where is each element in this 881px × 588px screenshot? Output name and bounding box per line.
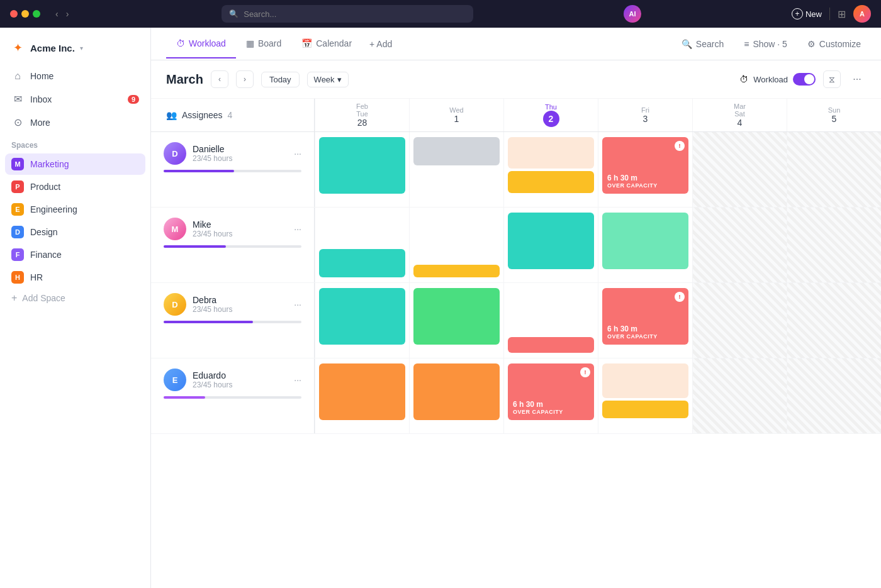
week-caret: ▾ bbox=[337, 75, 342, 84]
danielle-name: Danielle bbox=[193, 144, 288, 154]
debra-over-label: OVER CAPACITY bbox=[607, 333, 683, 340]
over-capacity-block-debra[interactable]: ! 6 h 30 m OVER CAPACITY bbox=[602, 288, 688, 345]
dow-0: Tue bbox=[356, 110, 368, 118]
col-5: Sun 5 bbox=[787, 99, 881, 131]
today-btn[interactable]: Today bbox=[261, 72, 300, 87]
danielle-day-3: ! 6 h 30 m OVER CAPACITY bbox=[598, 132, 692, 207]
forward-arrow[interactable]: › bbox=[64, 8, 72, 20]
prev-month-btn[interactable]: ‹ bbox=[211, 70, 228, 88]
week-dropdown[interactable]: Week ▾ bbox=[307, 72, 349, 87]
space-item-finance[interactable]: F Finance bbox=[5, 244, 145, 265]
mike-day-2 bbox=[503, 208, 598, 282]
tab-board[interactable]: ▦ Board bbox=[236, 30, 291, 58]
brand[interactable]: ✦ Acme Inc. ▾ bbox=[0, 35, 150, 65]
eduardo-over-time: 6 h 30 m bbox=[513, 400, 589, 409]
add-view-button[interactable]: + Add bbox=[362, 34, 400, 54]
sidebar-item-home[interactable]: ⌂ Home bbox=[5, 65, 145, 87]
mike-menu[interactable]: ··· bbox=[294, 224, 301, 234]
workload-tab-icon: ⏱ bbox=[176, 38, 185, 48]
global-search-bar[interactable]: 🔍 Search... bbox=[222, 5, 473, 23]
sidebar-item-inbox[interactable]: ✉ Inbox 9 bbox=[5, 88, 145, 110]
marketing-label: Marketing bbox=[30, 159, 69, 169]
num-1: 1 bbox=[454, 114, 459, 124]
assignees-icon: 👥 bbox=[166, 110, 177, 120]
task-block-yellow[interactable] bbox=[413, 265, 500, 277]
space-item-marketing[interactable]: M Marketing bbox=[5, 153, 145, 175]
month-header: March ‹ › Today Week ▾ ⏱ Workload ⧖ ··· bbox=[151, 60, 881, 99]
search-action-icon: 🔍 bbox=[682, 39, 692, 49]
task-block[interactable] bbox=[413, 288, 500, 345]
task-block[interactable] bbox=[508, 137, 594, 169]
task-block-red[interactable] bbox=[508, 337, 594, 353]
debra-sun bbox=[787, 283, 881, 358]
num-4: 4 bbox=[738, 118, 743, 128]
dow-1: Wed bbox=[449, 106, 463, 114]
space-item-design[interactable]: D Design bbox=[5, 221, 145, 243]
workload-toggle-switch[interactable] bbox=[793, 73, 816, 86]
search-action[interactable]: 🔍 Search bbox=[676, 35, 729, 53]
eduardo-avatar: E bbox=[164, 369, 186, 391]
col-feb-28: Feb Tue 28 bbox=[315, 99, 409, 131]
space-item-engineering[interactable]: E Engineering bbox=[5, 199, 145, 220]
debra-info: D Debra 23/45 hours ··· bbox=[151, 283, 315, 358]
eduardo-menu[interactable]: ··· bbox=[294, 375, 301, 385]
eduardo-day-3 bbox=[598, 358, 692, 433]
task-block[interactable] bbox=[319, 137, 405, 194]
debra-progress bbox=[164, 321, 253, 323]
over-capacity-time: 6 h 30 m bbox=[607, 174, 683, 182]
task-block[interactable] bbox=[413, 363, 500, 420]
over-capacity-block-eduardo[interactable]: ! 6 h 30 m OVER CAPACITY bbox=[508, 363, 594, 420]
search-icon: 🔍 bbox=[229, 9, 238, 18]
eduardo-day-2: ! 6 h 30 m OVER CAPACITY bbox=[503, 358, 598, 433]
task-block[interactable] bbox=[319, 288, 405, 345]
task-block[interactable] bbox=[602, 213, 688, 269]
space-item-hr[interactable]: H HR bbox=[5, 267, 145, 288]
tab-bar: ⏱ Workload ▦ Board 📅 Calendar + Add 🔍 bbox=[151, 28, 881, 60]
task-block[interactable] bbox=[413, 137, 500, 165]
task-block-yellow[interactable] bbox=[602, 401, 688, 418]
more-options-btn[interactable]: ··· bbox=[848, 70, 866, 88]
minimize-window-btn[interactable] bbox=[21, 10, 29, 18]
mike-progress bbox=[164, 245, 226, 248]
maximize-window-btn[interactable] bbox=[33, 10, 40, 18]
mike-day-0 bbox=[315, 208, 409, 282]
tab-calendar[interactable]: 📅 Calendar bbox=[291, 30, 362, 58]
task-block[interactable] bbox=[319, 363, 405, 420]
danielle-menu[interactable]: ··· bbox=[294, 148, 301, 158]
debra-menu[interactable]: ··· bbox=[294, 299, 301, 309]
sidebar-item-more[interactable]: ⊙ More bbox=[5, 111, 145, 133]
space-item-product[interactable]: P Product bbox=[5, 176, 145, 197]
content-area: ⏱ Workload ▦ Board 📅 Calendar + Add 🔍 bbox=[151, 28, 881, 588]
task-block[interactable] bbox=[319, 249, 405, 277]
tab-workload[interactable]: ⏱ Workload bbox=[166, 30, 236, 58]
caret-down-icon: ▾ bbox=[80, 45, 83, 52]
eduardo-hours: 23/45 hours bbox=[193, 380, 288, 389]
add-space-button[interactable]: + Add Space bbox=[5, 288, 145, 308]
engineering-label: Engineering bbox=[30, 204, 77, 214]
task-block[interactable] bbox=[508, 213, 594, 269]
calendar-grid: 👥 Assignees 4 Feb Tue 28 Wed 1 Thu 2 bbox=[151, 99, 881, 588]
over-capacity-block[interactable]: ! 6 h 30 m OVER CAPACITY bbox=[602, 137, 688, 194]
main-layout: ✦ Acme Inc. ▾ ⌂ Home ✉ Inbox 9 ⊙ More Sp… bbox=[0, 28, 881, 588]
window-controls bbox=[10, 10, 40, 18]
ai-button[interactable]: AI bbox=[624, 5, 641, 23]
back-arrow[interactable]: ‹ bbox=[53, 8, 61, 20]
debra-name: Debra bbox=[193, 295, 288, 305]
danielle-day-1 bbox=[409, 132, 503, 207]
next-month-btn[interactable]: › bbox=[236, 70, 254, 88]
task-block-peach[interactable] bbox=[602, 363, 688, 398]
customize-action[interactable]: ⚙ Customize bbox=[802, 35, 866, 53]
month-header-right: ⏱ Workload ⧖ ··· bbox=[739, 70, 866, 88]
user-avatar[interactable]: A bbox=[853, 5, 871, 23]
danielle-hours: 23/45 hours bbox=[193, 154, 288, 163]
task-block-orange[interactable] bbox=[508, 171, 594, 193]
show-action[interactable]: ≡ Show · 5 bbox=[739, 35, 792, 53]
month-label-4: Mar bbox=[734, 103, 746, 110]
close-window-btn[interactable] bbox=[10, 10, 18, 18]
new-button[interactable]: + New bbox=[792, 8, 822, 19]
filter-btn[interactable]: ⧖ bbox=[823, 70, 841, 88]
grid-icon[interactable]: ⊞ bbox=[838, 8, 846, 20]
eduardo-day-0 bbox=[315, 358, 409, 433]
home-icon: ⌂ bbox=[11, 70, 24, 82]
month-label-0: Feb bbox=[356, 103, 368, 110]
